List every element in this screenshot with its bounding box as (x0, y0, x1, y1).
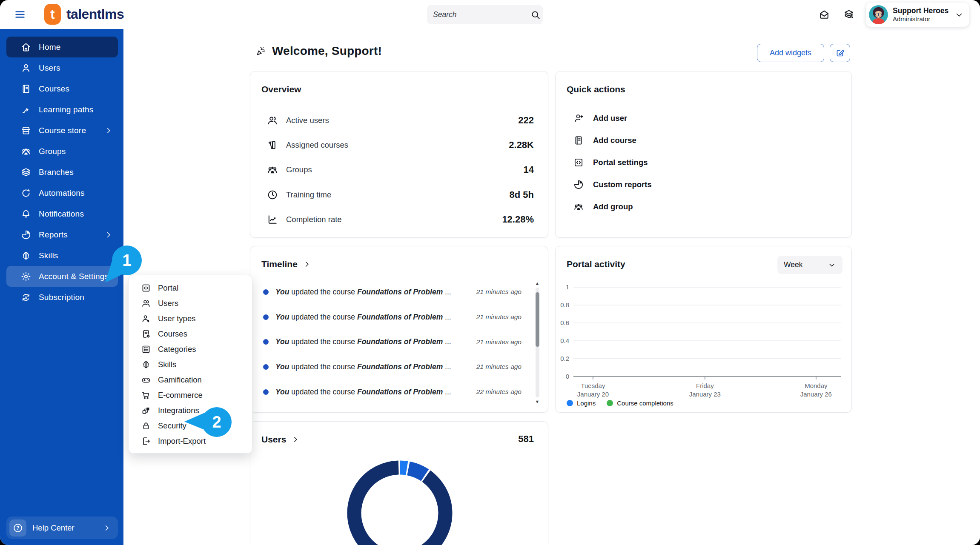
chevron-right-icon (291, 435, 300, 444)
quick-action-portal-settings[interactable]: Portal settings (556, 151, 851, 174)
sidebar-item-home[interactable]: Home (6, 37, 118, 57)
overview-card: Overview Active users222Assigned courses… (250, 71, 548, 238)
overview-rows: Active users222Assigned courses2.28KGrou… (250, 108, 548, 232)
sidebar-item-groups[interactable]: Groups (6, 141, 118, 162)
submenu-item-label: Skills (158, 360, 176, 369)
legend-dot (607, 400, 613, 406)
scrollbar[interactable]: ▲ ▼ (534, 280, 540, 405)
pie-icon (573, 179, 584, 190)
callout-step-2: 2 (181, 406, 234, 442)
sidebar-item-courses[interactable]: Courses (6, 78, 118, 99)
timeline-entry[interactable]: You updated the course Foundations of Pr… (250, 329, 548, 354)
chevron-right-icon (104, 231, 113, 239)
quick-action-add-group[interactable]: Add group (556, 196, 851, 218)
search-icon[interactable] (530, 9, 541, 20)
timeline-entry[interactable]: You updated the course Foundations of Pr… (250, 380, 548, 405)
timeline-entries: You updated the course Foundations of Pr… (250, 280, 548, 404)
topbar: t talentlms (0, 0, 980, 29)
user-plus-icon (573, 113, 584, 124)
sidebar-item-users[interactable]: Users (6, 57, 118, 78)
svg-text:1: 1 (122, 251, 131, 269)
quick-action-add-course[interactable]: Add course (556, 129, 851, 151)
submenu-item-e-commerce[interactable]: E-commerce (129, 388, 252, 403)
sidebar-item-label: Notifications (39, 209, 84, 219)
users-widget-title: Users (261, 434, 286, 445)
branch-switcher-button[interactable] (841, 7, 857, 23)
quick-action-add-user[interactable]: Add user (556, 107, 851, 129)
svg-text:0.4: 0.4 (560, 337, 569, 344)
sidebar-item-automations[interactable]: Automations (6, 183, 118, 203)
gear-icon (20, 271, 32, 282)
submenu-item-users[interactable]: Users (129, 296, 252, 311)
sidebar-item-learning-paths[interactable]: Learning paths (6, 99, 118, 120)
search-input[interactable] (433, 10, 530, 19)
overview-row-training-time: Training time8d 5h (250, 183, 548, 207)
edit-dashboard-button[interactable] (830, 44, 850, 62)
subscription-icon: $ (20, 292, 32, 303)
sidebar-item-label: Groups (39, 147, 66, 156)
svg-text:Friday: Friday (696, 382, 714, 389)
submenu-item-courses[interactable]: Courses (129, 326, 252, 342)
inbox-icon (818, 9, 830, 20)
bullet-dot (263, 289, 269, 295)
sidebar-item-branches[interactable]: Branches (6, 162, 118, 183)
submenu-item-label: User types (158, 314, 195, 323)
book-plus-icon (266, 139, 278, 151)
sidebar-item-skills[interactable]: Skills (6, 245, 118, 266)
timeline-entry[interactable]: You updated the course Foundations of Pr… (250, 354, 548, 380)
callout-step-1: 1 (102, 243, 149, 291)
timeline-entry[interactable]: You updated the course Foundations of Pr… (250, 305, 548, 330)
talentlms-logo[interactable]: t talentlms (44, 4, 124, 25)
app-window: t talentlms (0, 0, 980, 545)
quick-action-label: Add course (593, 136, 636, 145)
sidebar-item-account-and-settings[interactable]: Account & Settings (6, 266, 118, 287)
timeline-entry[interactable]: You updated the course Foundations of Pr… (250, 280, 548, 305)
sidebar-item-help-center[interactable]: ? Help Center (6, 516, 118, 539)
timeline-entry-text: You updated the course Foundations of Pr… (275, 288, 451, 297)
scroll-up-arrow[interactable]: ▲ (535, 280, 540, 286)
sidebar-item-label: Users (39, 63, 60, 73)
submenu-item-user-types[interactable]: User types (129, 311, 252, 326)
chevron-right-icon (104, 126, 113, 135)
timeline-entry-time: 21 minutes ago (470, 363, 522, 371)
submenu-item-categories[interactable]: Categories (129, 342, 252, 357)
submenu-item-label: Courses (158, 329, 187, 339)
brain-icon (20, 250, 32, 261)
svg-text:Tuesday: Tuesday (581, 382, 605, 389)
timeline-title: Timeline (261, 259, 298, 269)
stat-label: Training time (286, 190, 331, 200)
scrollbar-track[interactable] (536, 288, 539, 397)
stat-label: Completion rate (286, 215, 342, 224)
submenu-item-label: Gamification (158, 375, 202, 385)
search-bar[interactable] (427, 5, 543, 24)
legend-label: Course completions (617, 399, 673, 407)
svg-text:0.2: 0.2 (560, 355, 569, 362)
puzzle-icon (141, 405, 151, 416)
sidebar-item-course-store[interactable]: Course store (6, 120, 118, 141)
svg-text:January 20: January 20 (577, 391, 609, 398)
messages-button[interactable] (817, 7, 832, 23)
scroll-down-arrow[interactable]: ▼ (535, 399, 540, 405)
help-center-label: Help Center (32, 523, 75, 533)
menu-toggle-button[interactable] (14, 9, 26, 20)
user-menu[interactable]: Support Heroes Administrator (866, 3, 969, 27)
users-count: 581 (518, 434, 534, 445)
sidebar-item-label: Learning paths (39, 105, 94, 114)
add-widgets-button[interactable]: Add widgets (757, 44, 824, 62)
cart-icon (141, 390, 151, 400)
svg-text:0: 0 (566, 373, 569, 380)
sidebar-item-notifications[interactable]: Notifications (6, 203, 118, 224)
legend-label: Logins (577, 399, 596, 407)
quick-action-custom-reports[interactable]: Custom reports (556, 174, 851, 196)
sidebar-item-subscription[interactable]: $Subscription (6, 287, 118, 308)
submenu-item-skills[interactable]: Skills (129, 357, 252, 372)
book-icon (20, 83, 32, 94)
quick-action-label: Custom reports (593, 180, 652, 189)
submenu-item-gamification[interactable]: Gamification (129, 372, 252, 388)
scrollbar-thumb[interactable] (536, 292, 539, 347)
timeline-header[interactable]: Timeline (261, 259, 311, 269)
users-widget-header[interactable]: Users (261, 434, 300, 445)
range-select[interactable]: Week (777, 256, 842, 274)
submenu-item-label: E-commerce (158, 391, 203, 400)
sidebar-item-reports[interactable]: Reports (6, 224, 118, 245)
